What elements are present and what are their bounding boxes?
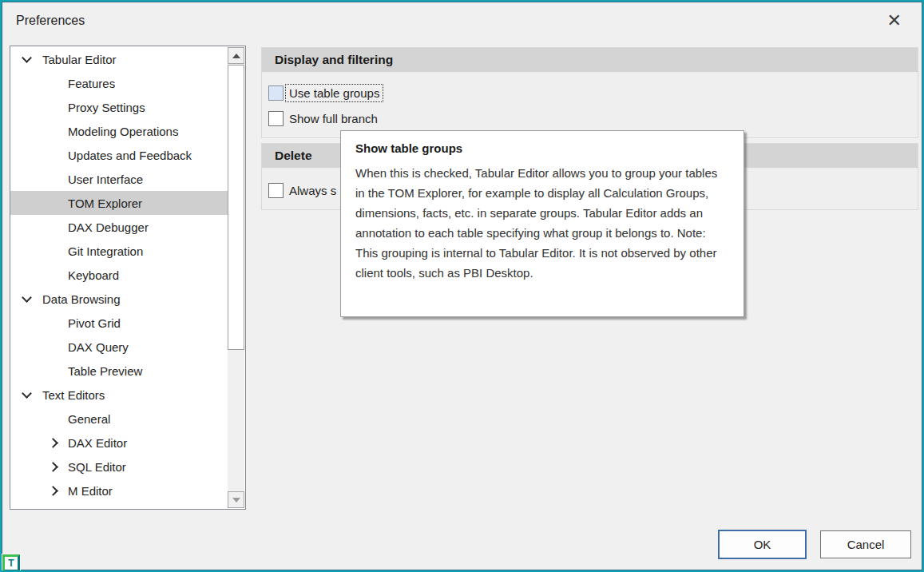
chevron-slot <box>49 463 68 471</box>
tree-rows: Tabular EditorFeaturesProxy SettingsMode… <box>10 47 228 509</box>
tree-item-label: Table Preview <box>68 364 142 378</box>
triangle-up-icon <box>232 54 240 58</box>
chevron-slot <box>49 439 68 447</box>
chevron-slot <box>49 487 68 495</box>
use-table-groups-checkbox[interactable] <box>268 85 284 101</box>
tree-item-label: User Interface <box>68 173 143 186</box>
tree-item-label: SQL Editor <box>68 460 126 474</box>
tree-item-label: Proxy Settings <box>68 101 145 114</box>
tooltip-title: Show table groups <box>355 141 729 155</box>
show-full-branch-row: Show full branch <box>268 109 378 128</box>
tree-item-modeling-operations[interactable]: Modeling Operations <box>10 119 228 143</box>
tree-item-label: Text Editors <box>42 388 105 402</box>
tree-item-label: TOM Explorer <box>68 197 142 210</box>
tree-item-pivot-grid[interactable]: Pivot Grid <box>10 311 228 335</box>
tree-item-label: Pivot Grid <box>68 316 121 330</box>
scrollbar-up-button[interactable] <box>228 47 244 64</box>
tree-item-keyboard[interactable]: Keyboard <box>10 263 228 287</box>
tree-item-user-interface[interactable]: User Interface <box>10 167 228 191</box>
always-show-label[interactable]: Always s <box>289 184 336 197</box>
tree-item-sql-editor[interactable]: SQL Editor <box>10 455 228 479</box>
triangle-down-icon <box>232 498 240 502</box>
chevron-slot <box>23 392 42 397</box>
settings-tree: Tabular EditorFeaturesProxy SettingsMode… <box>10 46 246 510</box>
tree-item-label: Modeling Operations <box>68 125 178 138</box>
preferences-dialog: Preferences ✕ Tabular EditorFeaturesProx… <box>0 0 924 572</box>
chevron-slot <box>23 57 42 62</box>
tree-item-label: Updates and Feedback <box>68 149 192 162</box>
tree-item-tom-explorer[interactable]: TOM Explorer <box>10 191 228 215</box>
chevron-down-icon[interactable] <box>22 53 32 63</box>
tree-item-table-preview[interactable]: Table Preview <box>10 359 228 383</box>
chevron-right-icon[interactable] <box>48 462 58 472</box>
show-full-branch-label[interactable]: Show full branch <box>289 112 378 125</box>
use-table-groups-row: Use table groups <box>268 83 383 102</box>
use-table-groups-label[interactable]: Use table groups <box>286 85 383 101</box>
tree-item-label: M Editor <box>68 484 113 498</box>
always-show-row: Always s <box>268 181 336 200</box>
logo-letter: T <box>8 558 14 568</box>
tabular-editor-logo-icon: T <box>2 554 20 572</box>
tree-scrollbar[interactable] <box>228 47 244 508</box>
tooltip-popup: Show table groups When this is checked, … <box>340 130 744 317</box>
tree-item-label: Keyboard <box>68 268 119 282</box>
tree-item-data-browsing[interactable]: Data Browsing <box>10 287 228 311</box>
tree-item-proxy-settings[interactable]: Proxy Settings <box>10 95 228 119</box>
panel-header-display-and-filtering: Display and filtering <box>262 48 918 72</box>
tree-item-dax-debugger[interactable]: DAX Debugger <box>10 215 228 239</box>
tree-item-label: Git Integration <box>68 244 143 258</box>
tree-item-label: Tabular Editor <box>42 53 117 66</box>
tree-item-updates-and-feedback[interactable]: Updates and Feedback <box>10 143 228 167</box>
tree-item-label: DAX Query <box>68 340 129 354</box>
scrollbar-thumb[interactable] <box>228 65 244 350</box>
tree-item-label: DAX Editor <box>68 436 127 450</box>
tree-item-c-editor[interactable]: C# Editor <box>10 502 228 509</box>
tree-item-text-editors[interactable]: Text Editors <box>10 383 228 407</box>
chevron-right-icon[interactable] <box>48 486 58 496</box>
tree-item-label: General <box>68 412 110 426</box>
tree-item-general[interactable]: General <box>10 407 228 431</box>
chevron-down-icon[interactable] <box>22 388 32 399</box>
tree-item-dax-query[interactable]: DAX Query <box>10 335 228 359</box>
chevron-down-icon[interactable] <box>22 292 32 303</box>
tree-item-label: C# Editor <box>68 508 118 510</box>
ok-button[interactable]: OK <box>718 530 807 559</box>
tree-item-features[interactable]: Features <box>10 71 228 95</box>
tree-item-git-integration[interactable]: Git Integration <box>10 239 228 263</box>
tree-item-label: Data Browsing <box>42 292 121 306</box>
show-full-branch-checkbox[interactable] <box>268 111 284 126</box>
tree-item-m-editor[interactable]: M Editor <box>10 479 228 502</box>
always-show-checkbox[interactable] <box>268 183 284 198</box>
close-icon[interactable]: ✕ <box>884 10 905 32</box>
chevron-slot <box>23 296 42 301</box>
tree-item-label: DAX Debugger <box>68 220 149 234</box>
tooltip-body: When this is checked, Tabular Editor all… <box>355 163 729 283</box>
cancel-button[interactable]: Cancel <box>820 530 911 558</box>
dialog-title: Preferences <box>16 14 85 28</box>
display-and-filtering-panel: Display and filtering Use table groups S… <box>261 47 918 138</box>
chevron-right-icon[interactable] <box>48 438 58 448</box>
tree-item-tabular-editor[interactable]: Tabular Editor <box>10 47 228 71</box>
scrollbar-down-button[interactable] <box>228 491 244 508</box>
tree-item-label: Features <box>68 77 115 90</box>
tree-item-dax-editor[interactable]: DAX Editor <box>10 431 228 455</box>
